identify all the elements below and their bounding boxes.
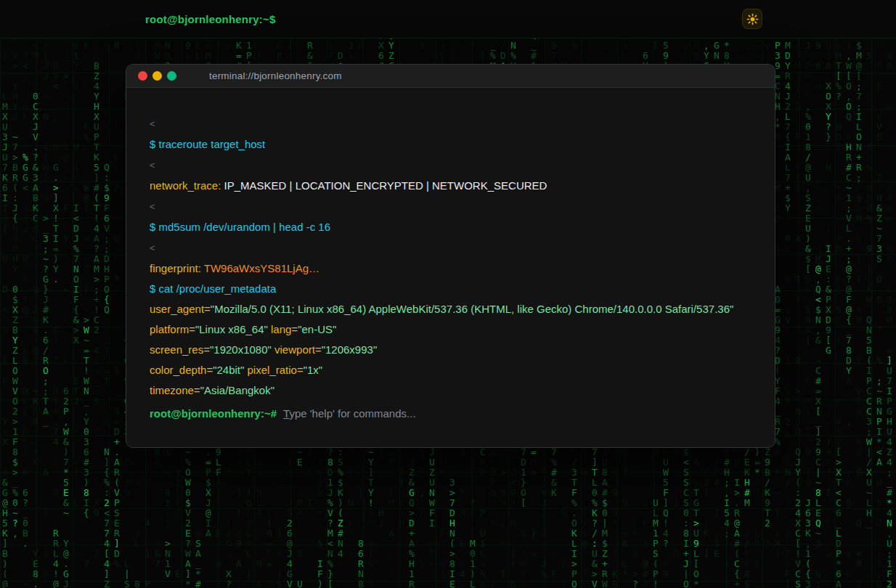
terminal-text-segment: pixel_ratio= (244, 364, 303, 376)
matrix-column: J @A Y,%018/@U,SZEU)&$[@< 8N4| C %1 Z O … (803, 0, 813, 588)
terminal-text-segment: "Mozilla/5.0 (X11; Linux x86_64) AppleWe… (211, 303, 733, 315)
terminal-text-segment: < (150, 118, 155, 129)
matrix-column: DN H/ 6 5 VVB Z N&Z~73S O B ? % ;~RNPI*<… (874, 0, 884, 588)
terminal-text-segment: lang= (268, 323, 298, 335)
terminal-text-segment: screen_res= (150, 343, 210, 356)
terminal-text-segment: < (150, 201, 155, 212)
terminal-text-segment: < (150, 242, 155, 253)
matrix-column: .QM!MDYR4J2L7{IAL7+$YD 0G W %V } .%T 2; … (783, 0, 793, 588)
matrix-column: B% X 7Q:$9F6V;;DHPO{Q#C;I =T< F& N]{%:2<… (102, 0, 112, 588)
matrix-column: _9F9 8 U _ ; ! $M@,Q<$N,& =C#=X[_]29C|~8… (813, 0, 823, 588)
terminal-text-segment: network_trace: (150, 179, 221, 192)
matrix-column: T {Y|JJ.= N 41W[ 4 >_3;~?G}J#K.6/RO;;TA_… (41, 0, 51, 588)
terminal-line: < (150, 237, 752, 258)
terminal-text-segment: "Asia/Bangkok" (200, 384, 274, 396)
terminal-text-segment: platform= (150, 323, 195, 335)
terminal-line: timezone="Asia/Bangkok" (150, 380, 752, 401)
terminal-text-segment: timezone= (150, 384, 200, 396)
terminal-text-segment: user_agent= (150, 303, 211, 315)
terminal-line: fingerprint: TW96aWxsYS81LjAg… (150, 258, 752, 279)
matrix-column: 6W~@ V> YNYD ~7>BR(:J{NJPHY 0$XZBYZLOWVO… (10, 0, 20, 588)
terminal-text-segment: "1x" (304, 364, 323, 376)
terminal-text-segment: viewport= (272, 343, 322, 356)
matrix-column: A*WR [ FL /( Q < *< . 0 9=D+.AR(VPSER]D% (112, 0, 122, 588)
terminal-text-segment: fingerprint: (150, 262, 201, 274)
maximize-button[interactable] (167, 71, 176, 81)
terminal-text-segment: "Linux x86_64" (195, 323, 268, 335)
matrix-column: * T;:HT[%? BD{ *A 7@ :&[ S[ ) < 4?V[>XT<… (834, 0, 844, 588)
matrix-column: R ?LS E: 9?% U}W% 9 ]{!W.QN5B(IPCCC3;W|/… (864, 0, 874, 588)
topbar-prompt: root@bjornleonhenry:~$ (145, 13, 275, 25)
terminal-text-segment: "1206x993" (322, 343, 378, 356)
top-bar-inner: root@bjornleonhenry:~$ (123, 9, 773, 29)
terminal-line: < (150, 196, 752, 217)
terminal-text-segment: < (150, 160, 155, 171)
matrix-column: 7L ] LMXU3JU7K6IT@{ U D <2G { P YXX 4&G@… (0, 0, 10, 588)
matrix-column: 8 | F F% W@( 0 >D ( >>W~=T!WN_,Y036#3)8I… (81, 0, 91, 588)
matrix-column: MM@ G5A XOXY?} H 1 IJE:&PXD9[G 1 +~ YWW2… (823, 0, 834, 588)
matrix-column: ( > _ > Q Z@ ~ F Y. = ~ A 62P,W&)7*5E&~ … (61, 0, 71, 588)
terminal-text-segment: $ traceroute target_host (150, 138, 265, 150)
terminal-text-segment: $ md5sum /dev/urandom | head -c 16 (150, 221, 330, 233)
terminal-line: $ traceroute target_host (150, 134, 752, 155)
minimize-button[interactable] (152, 71, 162, 81)
terminal-output: <$ traceroute target_host<network_trace:… (126, 88, 775, 447)
matrix-column: D U.$M@[;7;ILON+R;P$GN L |.( 40~ Y VC& %… (854, 0, 864, 588)
terminal-line: network_trace: IP_MASKED | LOCATION_ENCR… (150, 176, 752, 196)
terminal-window-header[interactable]: terminal://bjornleonhenry.com (126, 65, 775, 88)
terminal-line: user_agent="Mozilla/5.0 (X11; Linux x86_… (150, 299, 752, 319)
terminal-prompt-line: root@bjornleonhenry:~#Type 'help' for co… (150, 404, 752, 424)
matrix-column: N E1? 2 U I = I<DJ%7NOIF{&>X ETJ > >I L … (71, 0, 81, 588)
terminal-line: $ cat /proc/user_metadata (150, 279, 752, 299)
terminal-text-segment: TW96aWxsYS81LjAg… (201, 262, 319, 274)
terminal-line: screen_res="1920x1080" viewport="1206x99… (150, 340, 752, 360)
theme-toggle-button[interactable] (742, 9, 762, 29)
terminal-text-segment: $ cat /proc/user_metadata (150, 282, 276, 295)
terminal-text-segment: "1920x1080" (210, 343, 272, 356)
terminal-text-segment: color_depth= (150, 364, 213, 376)
terminal-window-title: terminal://bjornleonhenry.com (209, 70, 342, 81)
prompt-user: root@bjornleonhenry:~# (150, 407, 277, 420)
terminal-text-segment: "en-US" (298, 323, 336, 335)
command-input[interactable]: Type 'help' for commands... (283, 404, 415, 424)
terminal-window: terminal://bjornleonhenry.com <$ tracero… (126, 64, 775, 448)
terminal-line: < (150, 155, 752, 176)
matrix-column: 02 X GN< , B G.>]X!TI=)Y. C) T R]+.74 ; … (51, 0, 61, 588)
terminal-line: < (150, 113, 752, 134)
terminal-line: color_depth="24bit" pixel_ratio="1x" (150, 360, 752, 380)
close-button[interactable] (138, 71, 147, 81)
terminal-text-segment: IP_MASKED | LOCATION_ENCRYPTED | NETWORK… (221, 179, 547, 192)
matrix-column: M<M E0CXJV.?&3ABKCAC7 { Q 2&$ @7 ~KSR =!… (30, 0, 41, 588)
terminal-text-segment: "24bit" (213, 364, 244, 376)
terminal-lines: <$ traceroute target_host<network_trace:… (150, 113, 752, 401)
matrix-column: F(|[ H @ D F2 F({ E X T)) ) 8 > N D QJY(… (793, 0, 803, 588)
matrix-column: 0K %BZ4YHXUPTK5]#(T!4A?AM>;+!C2 4[G_ 5? … (91, 0, 102, 588)
sun-icon (746, 13, 759, 25)
matrix-column: Y<, HC %GG< 1J. W * 7@? K@ @C# BO| N 6?_… (20, 0, 30, 588)
top-bar: root@bjornleonhenry:~$ (0, 0, 896, 38)
terminal-line: $ md5sum /dev/urandom | head -c 16 (150, 217, 752, 237)
matrix-column: Z WA >;2 /+#W GZ L33W =]U7IPGHU4Z4;_#*4N… (884, 0, 895, 588)
matrix-column: #.M I,W[O,OQ 9HR#C~1;VL.+;@?@F@{_78DYA ,… (844, 0, 854, 588)
terminal-line: platform="Linux x86_64" lang="en-US" (150, 319, 752, 340)
